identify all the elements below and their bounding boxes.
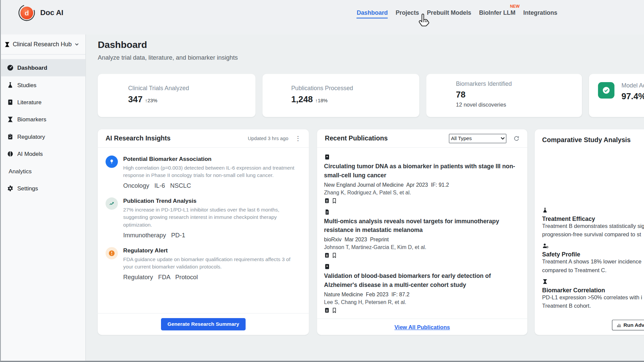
sidebar-item-settings[interactable]: Settings — [1, 180, 85, 197]
comparative-section: Biomarker Correlation PD-L1 expression >… — [542, 279, 644, 310]
page-title: Dashboard — [98, 40, 147, 51]
publication-authors: Lee S, Chang H, Petersen R, et al. — [324, 299, 520, 305]
card-title: Recent Publications — [325, 135, 388, 142]
publication-item[interactable]: Multi-omics analysis reveals novel targe… — [324, 209, 520, 258]
section-line: Treatment B demonstrates statistically s… — [542, 222, 644, 231]
card-title: AI Research Insights — [106, 135, 171, 142]
stat-label: Model Accuracy — [622, 82, 644, 89]
refresh-icon[interactable] — [514, 135, 520, 141]
insight-body: 27% increase in PD-1/PD-L1 inhibitor stu… — [123, 206, 301, 229]
comparative-section: Treatment Efficacy Treatment B demonstra… — [542, 207, 644, 239]
sidebar-item-label: Analytics — [9, 168, 32, 175]
nav-links: Dashboard Projects Prebuilt Models BioIn… — [357, 9, 557, 18]
file-text-icon — [324, 209, 520, 216]
generate-research-summary-button[interactable]: Generate Research Summary — [161, 318, 246, 330]
nav-link-integrations[interactable]: Integrations — [523, 9, 557, 17]
bar-chart-icon — [616, 322, 622, 327]
sidebar-item-studies[interactable]: Studies — [1, 76, 85, 94]
stat-card-model-accuracy: Model Accuracy 97.4% — [589, 74, 644, 117]
workspace-name: Clinical Research Hub — [13, 41, 72, 48]
brand-name: Doc AI — [40, 8, 63, 17]
publication-type-select[interactable]: All Types — [449, 134, 506, 143]
publication-meta: New England Journal of Medicine Apr 2023… — [324, 182, 520, 188]
brand[interactable]: d Doc AI — [18, 4, 63, 21]
sidebar-item-label: Dashboard — [17, 64, 47, 71]
download-icon[interactable] — [324, 252, 330, 258]
alert-icon — [106, 247, 118, 259]
sidebar-item-label: Biomarkers — [17, 116, 46, 123]
kebab-menu-icon[interactable]: ⋮ — [295, 135, 301, 142]
sidebar-item-label: Literature — [17, 99, 41, 106]
publication-item[interactable]: Circulating tumor DNA as a biomarker in … — [324, 154, 520, 203]
publication-item[interactable]: Validation of blood-based biomarkers for… — [324, 263, 520, 313]
speedometer-icon — [7, 64, 14, 71]
ai-brain-icon — [7, 150, 14, 157]
app-window: d Doc AI Dashboard Projects Prebuilt Mod… — [0, 0, 644, 362]
section-heading: Treatment Efficacy — [542, 216, 644, 222]
bookmark-icon[interactable] — [331, 252, 337, 258]
doc-ai-logo-icon: d — [16, 2, 38, 23]
section-line: Treatment B cohort. — [542, 302, 644, 311]
bookmark-icon[interactable] — [331, 307, 337, 313]
sidebar-item-analytics[interactable]: Analytics — [1, 163, 85, 180]
publication-authors: Johnson T, Martinez-Garcia E, Kim D, et … — [324, 244, 520, 250]
flask-icon — [542, 207, 644, 214]
lightbulb-icon — [106, 156, 118, 168]
nav-link-label: BioInfer LLM — [479, 9, 516, 16]
nav-link-prebuilt-models[interactable]: Prebuilt Models — [427, 9, 471, 17]
insight-body: High correlation (p=0.003) detected betw… — [123, 164, 301, 179]
stat-note: 12 novel discoveries — [456, 102, 582, 108]
sidebar-item-biomarkers[interactable]: Biomarkers — [1, 111, 85, 128]
insight-title: Publication Trend Analysis — [123, 197, 301, 204]
sidebar: Clinical Research Hub Dashboard Studies … — [1, 35, 86, 361]
bookmark-icon[interactable] — [331, 198, 337, 203]
nav-link-projects[interactable]: Projects — [395, 9, 419, 17]
publication-title: Validation of blood-based biomarkers for… — [324, 272, 521, 290]
stat-value: 1,248 — [291, 95, 313, 104]
gear-icon — [7, 185, 14, 192]
insight-title: Potential Biomarker Association — [123, 156, 301, 162]
stat-card-biomarkers: Biomarkers Identified 78 12 novel discov… — [426, 74, 582, 117]
stat-value: 78 — [456, 90, 466, 100]
workspace-switcher[interactable]: Clinical Research Hub — [1, 35, 85, 55]
section-heading: Safety Profile — [542, 251, 644, 258]
stat-card-clinical-trials: Clinical Trials Analyzed 347 ↑23% — [98, 74, 255, 117]
sidebar-item-label: Settings — [17, 185, 38, 192]
run-advanced-button[interactable]: Run Advanced — [612, 320, 644, 330]
download-icon[interactable] — [324, 307, 330, 313]
insight-body: FDA guidance update on biomarker qualifi… — [123, 255, 301, 270]
stat-value: 97.4% — [622, 92, 644, 101]
download-icon[interactable] — [324, 198, 330, 203]
nav-link-bioinfer-llm[interactable]: BioInfer LLM NEW — [479, 9, 516, 17]
stat-trend: ↑18% — [315, 98, 328, 103]
dna-hourglass-icon — [7, 116, 14, 123]
recent-publications-card: Recent Publications All Types Circulatin… — [317, 129, 527, 335]
sidebar-item-ai-models[interactable]: AI Models — [1, 145, 85, 162]
journal-plus-icon — [324, 263, 520, 270]
check-badge-icon — [598, 82, 614, 99]
stat-card-publications: Publications Processed 1,248 ↑18% — [262, 74, 419, 117]
section-line: PD-L1 expression >50% correlates with i — [542, 293, 644, 302]
person-icon — [542, 243, 644, 250]
chevron-down-icon — [74, 42, 79, 47]
insight-title: Regulatory Alert — [123, 247, 301, 254]
insight-item: Publication Trend Analysis 27% increase … — [106, 197, 301, 238]
stat-label: Publications Processed — [291, 85, 419, 92]
dna-hourglass-icon — [542, 279, 644, 285]
publication-title: Multi-omics analysis reveals novel targe… — [324, 217, 521, 235]
card-title: Comparative Study Analysis — [542, 136, 631, 143]
sidebar-item-regulatory[interactable]: Regulatory — [1, 128, 85, 145]
insight-tags: Immunotherapy PD-1 — [123, 231, 301, 238]
publication-meta: bioRxiv Mar 2023 Preprint — [324, 236, 520, 242]
stat-value: 347 — [128, 95, 143, 104]
clipboard-check-icon — [7, 133, 14, 140]
stat-label: Biomarkers Identified — [456, 80, 582, 87]
top-navbar: d Doc AI Dashboard Projects Prebuilt Mod… — [1, 0, 644, 35]
stat-trend: ↑23% — [145, 98, 157, 103]
sidebar-item-dashboard[interactable]: Dashboard — [1, 59, 85, 76]
stat-label: Clinical Trials Analyzed — [128, 85, 256, 92]
section-line: compared to Treatment C. — [542, 266, 644, 275]
sidebar-item-literature[interactable]: Literature — [1, 94, 85, 111]
view-all-publications-link[interactable]: View All Publications — [394, 324, 450, 330]
nav-link-dashboard[interactable]: Dashboard — [357, 9, 388, 18]
